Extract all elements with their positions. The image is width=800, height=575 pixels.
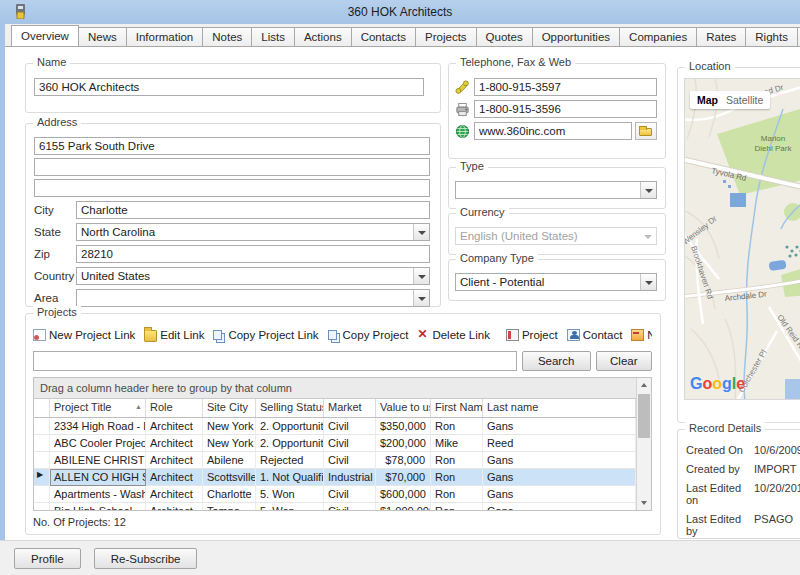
- column-header-value-to-us[interactable]: Value to us: [376, 399, 431, 417]
- tab-news[interactable]: News: [78, 27, 127, 46]
- city-input[interactable]: [76, 201, 430, 219]
- toolbar-button-copy-project-link[interactable]: Copy Project Link: [213, 329, 318, 341]
- table-row[interactable]: ABC Cooler ProjectArchitectNew York City…: [34, 435, 636, 452]
- table-row[interactable]: Apartments - WashingtonArchitectCharlott…: [34, 486, 636, 503]
- table-cell-site-city[interactable]: New York: [203, 418, 256, 435]
- table-cell-value-to-us[interactable]: $200,000: [376, 435, 431, 452]
- table-cell-first-name[interactable]: Ron: [431, 503, 483, 511]
- profile-button[interactable]: Profile: [14, 548, 81, 569]
- grid-vertical-scrollbar[interactable]: [636, 378, 651, 510]
- address-line2-input[interactable]: [34, 158, 430, 176]
- address-line3-input[interactable]: [34, 179, 430, 197]
- table-cell-last-name[interactable]: Gans: [483, 486, 636, 503]
- tab-quotes[interactable]: Quotes: [476, 27, 533, 46]
- table-cell-selling-status[interactable]: 1. Not Qualified: [256, 469, 324, 486]
- toolbar-button-project[interactable]: Project: [506, 329, 558, 341]
- table-cell-role[interactable]: Architect: [146, 435, 203, 452]
- tab-rates[interactable]: Rates: [696, 27, 746, 46]
- table-cell-selling-status[interactable]: Rejected: [256, 452, 324, 469]
- table-cell-site-city[interactable]: Charlotte: [203, 486, 256, 503]
- type-dropdown-chevron-icon[interactable]: [640, 182, 656, 198]
- table-cell-first-name[interactable]: Ron: [431, 469, 483, 486]
- tab-actions[interactable]: Actions: [294, 27, 352, 46]
- scroll-up-icon[interactable]: [637, 378, 651, 392]
- column-header-first-name[interactable]: First Name: [431, 399, 483, 417]
- table-cell-market[interactable]: Civil: [324, 418, 376, 435]
- toolbar-button-edit-link[interactable]: Edit Link: [144, 328, 204, 342]
- address-line1-input[interactable]: [34, 137, 430, 155]
- table-cell-role[interactable]: Architect: [146, 503, 203, 511]
- projects-search-input[interactable]: [33, 351, 517, 371]
- satellite-button[interactable]: Satellite: [726, 94, 763, 106]
- column-header-last-name[interactable]: Last name: [483, 399, 636, 417]
- table-cell-selling-status[interactable]: 5. Won: [256, 486, 324, 503]
- toolbar-button-copy-project[interactable]: Copy Project: [328, 329, 409, 341]
- table-cell-first-name[interactable]: Ron: [431, 452, 483, 469]
- phone-input[interactable]: [474, 78, 657, 96]
- table-cell-value-to-us[interactable]: $1,000,000: [376, 503, 431, 511]
- table-cell-first-name[interactable]: Ron: [431, 418, 483, 435]
- table-cell-project-title[interactable]: Big High School: [50, 503, 146, 511]
- table-cell-market[interactable]: Industrial: [324, 469, 376, 486]
- column-header-selling-status[interactable]: Selling Status: [256, 399, 324, 417]
- table-cell-value-to-us[interactable]: $78,000: [376, 452, 431, 469]
- table-cell-market[interactable]: Civil: [324, 486, 376, 503]
- table-cell-project-title[interactable]: 2334 High Road - PROJECT: [50, 418, 146, 435]
- zip-input[interactable]: [76, 245, 430, 263]
- table-cell-value-to-us[interactable]: $350,000: [376, 418, 431, 435]
- company-name-input[interactable]: [34, 78, 424, 96]
- state-combobox[interactable]: North Carolina: [76, 223, 430, 241]
- table-cell-site-city[interactable]: New York City: [203, 435, 256, 452]
- table-cell-site-city[interactable]: Abilene: [203, 452, 256, 469]
- table-cell-project-title[interactable]: ABILENE CHRISTIAN RECR...: [50, 452, 146, 469]
- tab-overview[interactable]: Overview: [11, 25, 79, 46]
- fax-input[interactable]: [474, 100, 657, 118]
- table-cell-market[interactable]: Civil: [324, 503, 376, 511]
- website-input[interactable]: [474, 122, 632, 140]
- table-cell-role[interactable]: Architect: [146, 486, 203, 503]
- clear-button[interactable]: Clear: [596, 351, 652, 371]
- tab-lists[interactable]: Lists: [251, 27, 295, 46]
- column-header-role[interactable]: Role: [146, 399, 203, 417]
- state-dropdown-chevron-icon[interactable]: [413, 224, 429, 240]
- resubscribe-button[interactable]: Re-Subscribe: [94, 548, 198, 569]
- table-cell-site-city[interactable]: Scottsville: [203, 469, 256, 486]
- scroll-down-icon[interactable]: [637, 496, 651, 510]
- table-cell-project-title[interactable]: ABC Cooler Project: [50, 435, 146, 452]
- table-row[interactable]: Big High SchoolArchitectTampa5. WonCivil…: [34, 503, 636, 511]
- group-by-panel[interactable]: Drag a column header here to group by th…: [34, 378, 636, 399]
- table-cell-selling-status[interactable]: 5. Won: [256, 503, 324, 511]
- table-cell-project-title[interactable]: ALLEN CO HIGH SCHOOL PH 2: [50, 469, 146, 486]
- tab-notes[interactable]: Notes: [202, 27, 252, 46]
- table-cell-role[interactable]: Architect: [146, 469, 203, 486]
- table-cell-role[interactable]: Architect: [146, 452, 203, 469]
- tab-projects[interactable]: Projects: [415, 27, 477, 46]
- toolbar-button-delete-link[interactable]: Delete Link: [417, 329, 490, 341]
- map-button[interactable]: Map: [697, 94, 718, 106]
- table-cell-last-name[interactable]: Gans: [483, 503, 636, 511]
- table-cell-first-name[interactable]: Mike: [431, 435, 483, 452]
- column-header-market[interactable]: Market: [324, 399, 376, 417]
- tab-opportunities[interactable]: Opportunities: [532, 27, 620, 46]
- table-cell-project-title[interactable]: Apartments - Washington: [50, 486, 146, 503]
- search-button[interactable]: Search: [522, 351, 591, 371]
- table-cell-selling-status[interactable]: 2. Opportunity: [256, 435, 324, 452]
- area-dropdown-chevron-icon[interactable]: [413, 290, 429, 306]
- area-combobox[interactable]: [76, 289, 430, 307]
- table-row[interactable]: ▶ALLEN CO HIGH SCHOOL PH 2ArchitectScott…: [34, 469, 636, 486]
- toolbar-button-contact[interactable]: Contact: [567, 329, 623, 341]
- table-cell-market[interactable]: Civil: [324, 452, 376, 469]
- table-cell-last-name[interactable]: Gans: [483, 469, 636, 486]
- scrollbar-thumb[interactable]: [638, 394, 650, 438]
- type-combobox[interactable]: [455, 181, 657, 199]
- country-dropdown-chevron-icon[interactable]: [413, 268, 429, 284]
- table-cell-last-name[interactable]: Gans: [483, 452, 636, 469]
- company-type-dropdown-chevron-icon[interactable]: [640, 274, 656, 290]
- table-cell-value-to-us[interactable]: $600,000: [376, 486, 431, 503]
- table-cell-value-to-us[interactable]: $70,000: [376, 469, 431, 486]
- table-row[interactable]: ABILENE CHRISTIAN RECR...ArchitectAbilen…: [34, 452, 636, 469]
- tab-contacts[interactable]: Contacts: [351, 27, 416, 46]
- tab-companies[interactable]: Companies: [619, 27, 697, 46]
- table-cell-last-name[interactable]: Reed: [483, 435, 636, 452]
- table-cell-site-city[interactable]: Tampa: [203, 503, 256, 511]
